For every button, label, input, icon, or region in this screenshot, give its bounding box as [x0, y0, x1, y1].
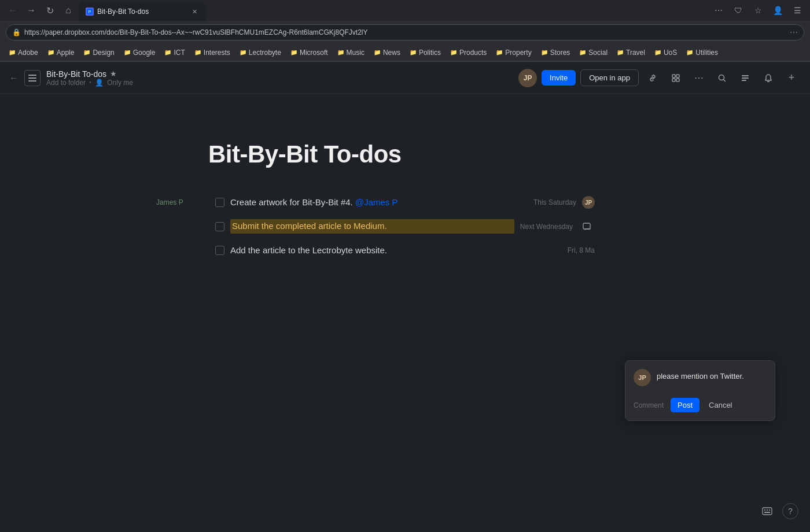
comment-input-row: JP please mention on Twitter.	[634, 369, 767, 392]
bookmark-label: Stores	[550, 49, 570, 57]
todo-list: James P Create artwork for Bit-By-Bit #4…	[208, 191, 602, 261]
todo-checkbox-3[interactable]	[215, 246, 224, 255]
bookmark-item-politics[interactable]: 📁Politics	[406, 47, 445, 58]
bookmark-item-adobe[interactable]: 📁Adobe	[5, 47, 42, 58]
folder-icon: 📁	[450, 49, 457, 56]
todo-text-3: Add the article to the Lectrobyte websit…	[230, 244, 562, 257]
bookmark-item-social[interactable]: 📁Social	[575, 47, 612, 58]
more-options-header-icon[interactable]: ⋯	[690, 69, 708, 87]
post-comment-button[interactable]: Post	[671, 398, 699, 412]
tab-close-button[interactable]: ✕	[190, 7, 199, 16]
folder-icon: 📁	[579, 49, 586, 56]
doc-back-icon[interactable]: ←	[9, 73, 19, 83]
keyboard-shortcut-icon[interactable]	[758, 502, 776, 520]
search-icon[interactable]	[713, 69, 731, 87]
bookmark-item-uos[interactable]: 📁UoS	[650, 47, 681, 58]
folder-icon: 📁	[290, 49, 297, 56]
sidebar-toggle-button[interactable]	[24, 70, 41, 86]
svg-rect-5	[672, 75, 675, 77]
url-field[interactable]: 🔒 https://paper.dropbox.com/doc/Bit-By-B…	[6, 24, 804, 40]
profile-icon[interactable]: 👤	[770, 2, 786, 19]
comment-thread-icon[interactable]	[579, 219, 595, 235]
more-options-icon[interactable]: ⋯	[790, 28, 798, 37]
help-icon[interactable]: ?	[782, 503, 798, 519]
bookmark-label: UoS	[664, 49, 677, 57]
notification-icon[interactable]	[759, 69, 778, 87]
frame-icon[interactable]	[667, 69, 685, 87]
bookmark-item-design[interactable]: 📁Design	[79, 47, 118, 58]
document-heading: Bit-By-Bit To-dos	[208, 141, 602, 168]
bookmarks-bar: 📁Adobe📁Apple📁Design📁Google📁ICT📁Interests…	[0, 44, 810, 61]
invite-button[interactable]: Invite	[542, 70, 576, 86]
comment-input[interactable]: please mention on Twitter.	[657, 369, 767, 392]
todo-due-2: Next Wednesday	[520, 223, 573, 231]
folder-icon: 📁	[654, 49, 661, 56]
bookmark-item-lectrobyte[interactable]: 📁Lectrobyte	[235, 47, 285, 58]
bookmark-item-microsoft[interactable]: 📁Microsoft	[286, 47, 332, 58]
folder-icon: 📁	[47, 49, 54, 56]
svg-rect-17	[769, 509, 770, 511]
bookmark-item-ict[interactable]: 📁ICT	[160, 47, 189, 58]
bookmark-item-utilities[interactable]: 📁Utilities	[682, 47, 722, 58]
open-in-app-button[interactable]: Open in app	[580, 69, 639, 86]
bookmark-item-travel[interactable]: 📁Travel	[613, 47, 649, 58]
menu-button[interactable]: ☰	[789, 2, 805, 19]
svg-rect-18	[764, 512, 770, 513]
bookmark-label: Interests	[204, 49, 230, 57]
comment-popup: JP please mention on Twitter. Comment Po…	[625, 360, 775, 421]
privacy-label: Only me	[107, 79, 133, 87]
cancel-comment-button[interactable]: Cancel	[704, 398, 737, 412]
folder-icon: 📁	[686, 49, 693, 56]
bookmark-item-news[interactable]: 📁News	[370, 47, 404, 58]
bookmark-item-property[interactable]: 📁Property	[492, 47, 535, 58]
bookmark-item-interests[interactable]: 📁Interests	[190, 47, 234, 58]
todo-checkbox-1[interactable]	[215, 198, 224, 207]
comment-user-avatar: JP	[634, 369, 651, 386]
todo-checkbox-2[interactable]	[215, 222, 224, 231]
tab-title: Bit-By-Bit To-dos	[97, 8, 186, 16]
address-actions: ⋯	[790, 28, 798, 37]
back-button[interactable]: ←	[5, 2, 21, 19]
folder-icon: 📁	[617, 49, 624, 56]
forward-button[interactable]: →	[23, 2, 39, 19]
svg-rect-2	[28, 75, 36, 76]
extensions-button[interactable]: ⋯	[710, 2, 727, 19]
home-button[interactable]: ⌂	[60, 2, 76, 19]
table-row: James P Create artwork for Bit-By-Bit #4…	[208, 191, 602, 214]
todo-text-1: Create artwork for Bit-By-Bit #4. @James…	[230, 196, 528, 209]
folder-icon: 📁	[124, 49, 131, 56]
folder-icon: 📁	[240, 49, 246, 56]
bookmark-item-music[interactable]: 📁Music	[333, 47, 369, 58]
bookmark-item-apple[interactable]: 📁Apple	[43, 47, 79, 58]
svg-rect-12	[742, 80, 746, 81]
svg-rect-10	[742, 75, 749, 76]
svg-rect-11	[742, 77, 749, 79]
address-bar: 🔒 https://paper.dropbox.com/doc/Bit-By-B…	[0, 21, 810, 44]
bookmark-label: Design	[93, 49, 114, 57]
star-icon[interactable]: ★	[110, 69, 117, 78]
bookmark-label: Music	[347, 49, 365, 57]
folder-icon: 📁	[83, 49, 90, 56]
browser-chrome: ← → ↻ ⌂ P Bit-By-Bit To-dos ✕ ⋯ 🛡 ☆ 👤 ☰ …	[0, 0, 810, 62]
star-bookmark-icon[interactable]: ☆	[750, 2, 766, 19]
add-icon[interactable]: +	[782, 69, 801, 87]
reload-button[interactable]: ↻	[42, 2, 58, 19]
bookmark-item-stores[interactable]: 📁Stores	[537, 47, 575, 58]
bookmark-item-google[interactable]: 📁Google	[120, 47, 160, 58]
bookmark-label: Google	[133, 49, 156, 57]
bookmark-item-products[interactable]: 📁Products	[446, 47, 491, 58]
bookmark-label: Travel	[626, 49, 645, 57]
checklist-icon[interactable]	[736, 69, 754, 87]
tab-bar-right: ⋯ 🛡 ☆ 👤 ☰	[710, 2, 805, 19]
folder-icon: 📁	[337, 49, 344, 56]
comment-label: Comment	[634, 401, 664, 409]
svg-rect-7	[672, 79, 675, 82]
bookmark-label: Apple	[57, 49, 75, 57]
folder-icon: 📁	[164, 49, 171, 56]
todo-due-3: Fri, 8 Ma	[568, 246, 595, 254]
link-icon[interactable]	[643, 69, 662, 87]
active-tab[interactable]: P Bit-By-Bit To-dos ✕	[79, 2, 206, 21]
bookmark-label: Utilities	[695, 49, 718, 57]
add-to-folder-link[interactable]: Add to folder	[46, 79, 86, 87]
shield-icon[interactable]: 🛡	[730, 2, 746, 19]
